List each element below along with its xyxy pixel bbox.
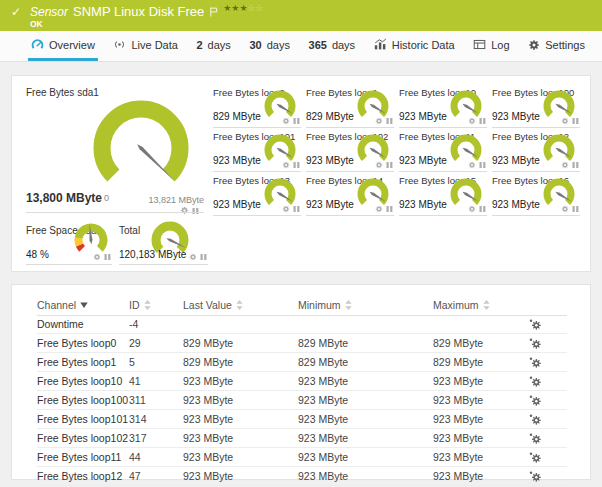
gauge-pause-icon[interactable] [572, 161, 579, 169]
gauge-pause-icon[interactable] [386, 161, 393, 169]
tab-live-data[interactable]: Live Data [110, 31, 180, 61]
channel-gauge-value: 829 MByte [213, 111, 261, 122]
value-cell: 923 MByte [183, 470, 298, 482]
main-gauge-cell[interactable]: Free Bytes sda1 13,800 MByte 0 13,821 MB… [12, 76, 217, 226]
sort-icon[interactable] [236, 300, 243, 310]
gauge-settings-icon[interactable] [468, 205, 476, 213]
value-cell: 44 [129, 451, 183, 463]
summary-gauge-cell[interactable]: Total120,183 MByte [119, 223, 208, 265]
gauge-pause-icon[interactable] [293, 161, 300, 169]
channel-gauge-cell[interactable]: Free Bytes loop16923 MByte [492, 175, 580, 216]
gauge-settings-icon[interactable] [189, 253, 197, 261]
sort-icon[interactable] [144, 300, 151, 310]
main-gauge-scale-min: 0 [104, 193, 109, 203]
gauge-pause-icon[interactable] [572, 205, 579, 213]
tab-overview[interactable]: Overview [28, 31, 98, 61]
gauge-pause-icon[interactable] [572, 117, 579, 125]
channel-gauge-cell[interactable]: Free Bytes loop15923 MByte [399, 175, 487, 216]
star-empty-icon[interactable]: ☆ [256, 3, 264, 13]
table-row[interactable]: Free Bytes loop15829 MByte829 MByte829 M… [37, 353, 567, 372]
value-cell: 41 [129, 375, 183, 387]
table-row[interactable]: Free Bytes loop1247923 MByte923 MByte923… [37, 467, 567, 486]
channel-gauge-cell[interactable]: Free Bytes loop11923 MByte [399, 131, 487, 172]
table-row[interactable]: Free Bytes loop1041923 MByte923 MByte923… [37, 372, 567, 391]
gauge-settings-icon[interactable] [561, 117, 569, 125]
channel-settings-icon[interactable] [529, 413, 567, 425]
star-filled-icon[interactable]: ★ [239, 3, 247, 13]
table-row[interactable]: Free Bytes loop029829 MByte829 MByte829 … [37, 334, 567, 353]
gauge-pause-icon[interactable] [479, 161, 486, 169]
table-row[interactable]: Free Bytes loop100311923 MByte923 MByte9… [37, 391, 567, 410]
channel-settings-icon[interactable] [529, 470, 567, 482]
value-cell: 314 [129, 413, 183, 425]
channel-gauge-value: 923 MByte [399, 111, 447, 122]
channel-gauge-cell[interactable]: Free Bytes loop0829 MByte [213, 87, 301, 128]
tab-log[interactable]: Log [470, 31, 512, 61]
sort-desc-icon[interactable] [80, 302, 88, 308]
gauge-pause-icon[interactable] [293, 117, 300, 125]
gauge-pause-icon[interactable] [479, 117, 486, 125]
priority-stars[interactable]: ★★★☆☆ [223, 3, 263, 13]
channel-gauge-cell[interactable]: Free Bytes loop101923 MByte [213, 131, 301, 172]
table-row[interactable]: Free Bytes loop101314923 MByte923 MByte9… [37, 410, 567, 429]
gauge-pause-icon[interactable] [479, 205, 486, 213]
channel-settings-icon[interactable] [529, 356, 567, 368]
channel-gauge-cell[interactable]: Free Bytes loop13923 MByte [213, 175, 301, 216]
tab-365-days[interactable]: 365days [306, 31, 359, 61]
channel-gauge-cell[interactable]: Free Bytes loop10923 MByte [399, 87, 487, 128]
tab-2-days[interactable]: 2days [193, 31, 233, 61]
channel-gauge-cell[interactable]: Free Bytes loop102923 MByte [306, 131, 394, 172]
gauge-settings-icon[interactable] [93, 253, 101, 261]
tab-30-days[interactable]: 30days [246, 31, 293, 61]
summary-gauge-cell[interactable]: Free Space sda148 % [26, 223, 112, 265]
channel-gauge-cell[interactable]: Free Bytes loop100923 MByte [492, 87, 580, 128]
channel-settings-icon[interactable] [529, 432, 567, 444]
gauge-settings-icon[interactable] [180, 201, 189, 219]
gauge-pause-icon[interactable] [200, 253, 207, 261]
gauge-settings-icon[interactable] [468, 117, 476, 125]
tab-label: days [267, 39, 290, 51]
channel-settings-icon[interactable] [529, 375, 567, 387]
column-header-id[interactable]: ID [129, 299, 183, 311]
channel-name-cell: Free Bytes loop0 [37, 337, 129, 349]
gauge-settings-icon[interactable] [282, 205, 290, 213]
table-row[interactable]: Downtime-4 [37, 315, 567, 334]
gauge-pause-icon[interactable] [104, 253, 111, 261]
column-header-last-value[interactable]: Last Value [183, 299, 298, 311]
gauge-pause-icon[interactable] [386, 117, 393, 125]
flag-icon[interactable] [209, 3, 218, 21]
gauge-settings-icon[interactable] [375, 205, 383, 213]
channel-settings-icon[interactable] [529, 451, 567, 463]
main-gauge [93, 100, 189, 200]
channel-gauge-cell[interactable]: Free Bytes loop12923 MByte [492, 131, 580, 172]
table-row[interactable]: Free Bytes loop102317923 MByte923 MByte9… [37, 429, 567, 448]
sort-icon[interactable] [483, 300, 490, 310]
channel-gauge-cell[interactable]: Free Bytes loop14923 MByte [306, 175, 394, 216]
column-header-minimum[interactable]: Minimum [298, 299, 433, 311]
gauge-pause-icon[interactable] [293, 205, 300, 213]
gauge-settings-icon[interactable] [282, 117, 290, 125]
channel-name-cell: Free Bytes loop101 [37, 413, 129, 425]
gauge-settings-icon[interactable] [561, 161, 569, 169]
tab-settings[interactable]: Settings [525, 31, 588, 61]
tab-label-number: 2 [196, 39, 202, 51]
column-header-channel[interactable]: Channel [37, 299, 129, 311]
gauge-settings-icon[interactable] [282, 161, 290, 169]
gauge-settings-icon[interactable] [375, 117, 383, 125]
tab-historic-data[interactable]: Historic Data [371, 31, 458, 61]
channel-settings-icon[interactable] [529, 318, 567, 330]
gauge-pause-icon[interactable] [192, 201, 199, 219]
channel-settings-icon[interactable] [529, 394, 567, 406]
gauge-pause-icon[interactable] [386, 205, 393, 213]
table-row[interactable]: Free Bytes loop1144923 MByte923 MByte923… [37, 448, 567, 467]
column-header-maximum[interactable]: Maximum [433, 299, 529, 311]
channel-settings-icon[interactable] [529, 337, 567, 349]
gauge-settings-icon[interactable] [375, 161, 383, 169]
gauge-settings-icon[interactable] [468, 161, 476, 169]
log-icon [473, 38, 486, 51]
channel-gauge-cell[interactable]: Free Bytes loop1829 MByte [306, 87, 394, 128]
star-empty-icon[interactable]: ☆ [248, 3, 256, 13]
sort-icon[interactable] [345, 300, 352, 310]
value-cell: 29 [129, 337, 183, 349]
gauge-settings-icon[interactable] [561, 205, 569, 213]
